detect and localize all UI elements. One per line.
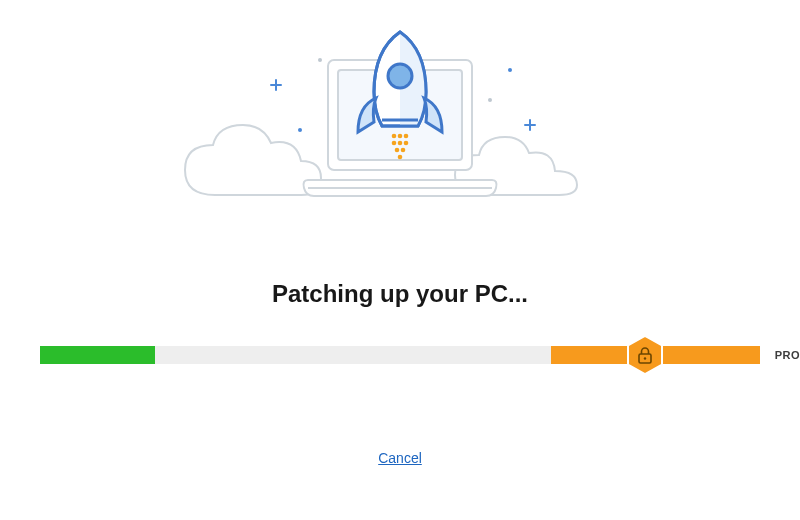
- rocket-icon: [180, 20, 620, 220]
- cancel-button[interactable]: Cancel: [378, 450, 422, 466]
- progress-fill-free: [40, 346, 155, 364]
- rocket-illustration: [180, 20, 620, 220]
- svg-point-24: [644, 357, 646, 359]
- svg-point-21: [398, 155, 403, 160]
- svg-point-15: [404, 134, 409, 139]
- patching-dialog: Patching up your PC... PRO Cancel: [0, 0, 800, 520]
- heading: Patching up your PC...: [272, 280, 528, 308]
- svg-point-6: [488, 98, 492, 102]
- svg-point-19: [395, 148, 400, 153]
- svg-point-4: [298, 128, 302, 132]
- svg-point-11: [388, 64, 412, 88]
- svg-point-5: [508, 68, 512, 72]
- svg-point-13: [392, 134, 397, 139]
- svg-point-7: [318, 58, 322, 62]
- lock-badge: [625, 335, 665, 375]
- svg-point-14: [398, 134, 403, 139]
- svg-point-16: [392, 141, 397, 146]
- lock-icon: [637, 346, 653, 364]
- pro-label: PRO: [775, 349, 800, 361]
- progress-bar: PRO: [40, 346, 760, 364]
- svg-point-17: [398, 141, 403, 146]
- svg-point-18: [404, 141, 409, 146]
- svg-point-20: [401, 148, 406, 153]
